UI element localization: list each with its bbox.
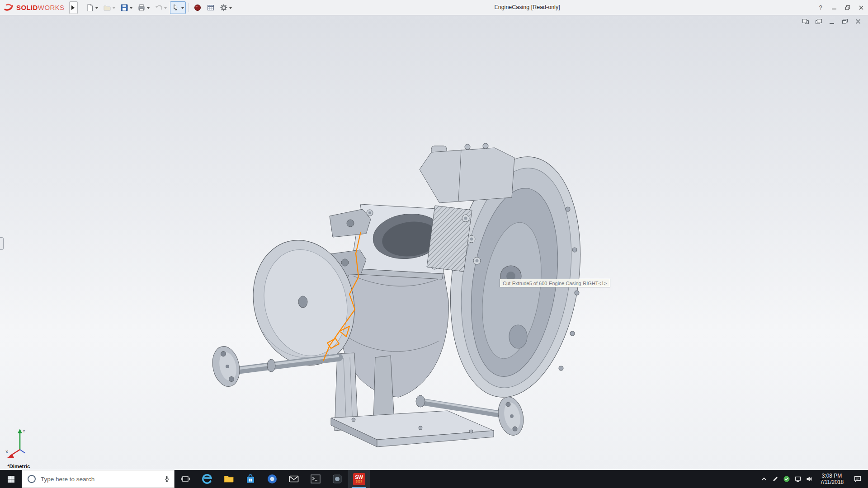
search-input[interactable] [40, 475, 159, 483]
appearance-sphere-icon [193, 4, 202, 12]
action-center-button[interactable] [849, 470, 866, 488]
tray-date: 7/11/2018 [820, 479, 844, 485]
store-icon [245, 473, 256, 485]
new-document-button[interactable] [84, 1, 100, 14]
microphone-icon[interactable] [163, 475, 170, 483]
notification-icon [854, 475, 862, 483]
cascade-window-icon [815, 18, 822, 25]
select-cursor-icon [172, 4, 180, 12]
gear-icon [220, 4, 228, 12]
minimize-icon [828, 18, 835, 25]
taskbar-item-command-prompt[interactable] [305, 470, 326, 488]
print-button[interactable] [136, 1, 151, 14]
dropdown-caret [95, 7, 98, 10]
tray-security-item[interactable] [781, 470, 792, 488]
save-icon [120, 4, 128, 12]
doc-cascade-button[interactable] [814, 17, 823, 25]
solidworks-app-icon: SW 2017 [353, 473, 365, 485]
doc-restore-button[interactable] [840, 17, 849, 25]
edit-appearance-button[interactable] [192, 1, 203, 14]
menu-flyout-button[interactable] [69, 1, 78, 14]
triad-x-label: X [5, 450, 8, 454]
design-table-button[interactable] [205, 1, 217, 14]
window-controls: ? [814, 0, 868, 15]
toolbar-separator [189, 3, 189, 12]
chevron-up-icon [760, 475, 768, 483]
taskbar-item-task-view[interactable] [175, 470, 196, 488]
speaker-icon [806, 475, 813, 483]
tray-volume-item[interactable] [803, 470, 815, 488]
dropdown-caret [181, 7, 184, 10]
cortana-icon [28, 475, 36, 483]
open-document-button[interactable] [101, 1, 117, 14]
options-button[interactable] [218, 1, 234, 14]
taskbar-search[interactable] [22, 470, 175, 488]
select-button[interactable] [170, 1, 186, 14]
green-status-icon [783, 475, 790, 483]
dropdown-caret [164, 7, 167, 10]
close-button[interactable] [854, 0, 868, 15]
show-hidden-icons-button[interactable] [758, 470, 769, 488]
undo-icon [155, 4, 163, 12]
ink-pen-icon [772, 475, 779, 483]
taskbar-item-blue-circle-app[interactable] [261, 470, 283, 488]
help-button[interactable]: ? [814, 0, 827, 15]
print-icon [137, 4, 146, 12]
taskbar-item-solidworks[interactable]: SW 2017 [348, 470, 370, 488]
triad-y-label: Y [23, 429, 25, 433]
mail-icon [288, 473, 300, 485]
solidworks-logo-mark [4, 3, 14, 13]
restore-icon [841, 18, 849, 25]
blue-circle-app-icon [266, 473, 278, 485]
tile-window-icon [802, 18, 809, 25]
dropdown-caret [229, 7, 232, 10]
tray-time: 3:08 PM [822, 473, 842, 479]
start-button[interactable] [0, 470, 22, 488]
feature-tree-collapse-handle[interactable] [0, 237, 4, 250]
document-window-controls [801, 17, 863, 25]
dark-app-icon [331, 473, 343, 485]
open-document-icon [103, 4, 111, 12]
system-tray: 3:08 PM 7/11/2018 [758, 470, 868, 488]
quick-access-toolbar [84, 1, 234, 14]
logo-text-solid: SOLID [16, 4, 38, 11]
design-table-icon [207, 4, 215, 12]
orientation-triad: Y X [5, 425, 41, 464]
graphics-area[interactable]: Cut-Extrude5 of 600-Engine Casing-RIGHT<… [0, 15, 868, 470]
tray-pen-item[interactable] [769, 470, 781, 488]
doc-tile-button[interactable] [801, 17, 810, 25]
minimize-button[interactable] [827, 0, 841, 15]
window-title: EngineCasing [Read-only] [494, 0, 560, 15]
sw-badge-text: SW [355, 475, 363, 480]
doc-close-button[interactable] [854, 17, 863, 25]
logo-text-works: WORKS [38, 4, 65, 11]
tray-network-item[interactable] [792, 470, 803, 488]
file-explorer-icon [223, 473, 235, 485]
taskbar-item-edge[interactable] [196, 470, 218, 488]
dropdown-caret [130, 7, 132, 10]
save-button[interactable] [118, 1, 134, 14]
app-titlebar: SOLIDWORKS [0, 0, 868, 15]
dropdown-caret [147, 7, 150, 10]
taskbar-item-mail[interactable] [283, 470, 305, 488]
taskbar-item-store[interactable] [240, 470, 261, 488]
taskbar-item-file-explorer[interactable] [218, 470, 240, 488]
ethernet-icon [794, 475, 802, 483]
undo-button[interactable] [153, 1, 169, 14]
engine-casing-model[interactable] [194, 141, 583, 467]
dropdown-caret [113, 7, 115, 10]
view-orientation-label: *Dimetric [7, 464, 30, 469]
hover-tooltip: Cut-Extrude5 of 600-Engine Casing-RIGHT<… [500, 279, 610, 287]
tray-clock[interactable]: 3:08 PM 7/11/2018 [815, 470, 849, 488]
doc-minimize-button[interactable] [827, 17, 836, 25]
task-view-icon [180, 474, 191, 484]
taskbar-item-dark-app[interactable] [326, 470, 348, 488]
flyout-arrow-icon [71, 5, 77, 10]
minimize-icon [831, 5, 837, 10]
solidworks-logo: SOLIDWORKS [0, 3, 68, 13]
restore-icon [845, 5, 850, 10]
maximize-button[interactable] [841, 0, 854, 15]
command-prompt-icon [310, 473, 321, 485]
windows-taskbar: SW 2017 [0, 470, 868, 488]
screen: SOLIDWORKS [0, 0, 868, 488]
